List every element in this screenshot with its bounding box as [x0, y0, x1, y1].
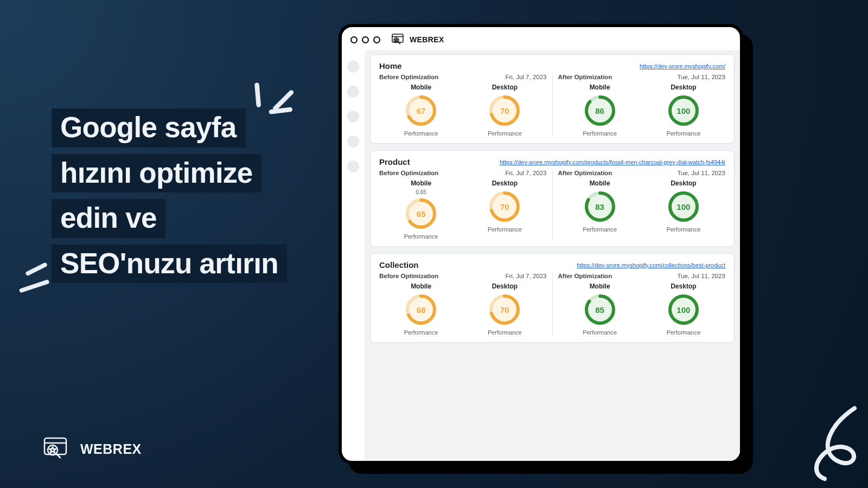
panel-title: Home [379, 61, 402, 70]
score-value: 65 [405, 197, 437, 230]
score-value: 100 [667, 293, 700, 326]
metric-desktop: Desktop 70 Performance [463, 282, 546, 336]
before-column: Before Optimization Fri, Jul 7, 2023 Mob… [379, 273, 553, 336]
before-label: Before Optimization [379, 74, 438, 80]
after-date: Tue, Jul 11, 2023 [678, 273, 725, 279]
panel-url-link[interactable]: https://dev-srore.myshopify.com/collecti… [577, 262, 725, 268]
after-column: After Optimization Tue, Jul 11, 2023 Mob… [553, 170, 726, 240]
device-label: Desktop [492, 282, 518, 290]
metric-caption: Performance [404, 233, 438, 240]
sidebar [342, 50, 365, 461]
panel-title: Collection [379, 260, 419, 269]
metric-desktop: Desktop 70 Performance [463, 179, 546, 240]
score-value: 70 [488, 293, 521, 326]
device-label: Mobile [411, 179, 431, 187]
app-brand: WEBREX [391, 34, 444, 46]
app-brand-name: WEBREX [410, 35, 444, 44]
after-date: Tue, Jul 11, 2023 [678, 170, 725, 176]
sidebar-item[interactable] [347, 61, 359, 73]
after-label: After Optimization [558, 74, 612, 80]
report-panel-product: Product https://dev-srore.myshopify.com/… [370, 150, 735, 247]
metric-caption: Performance [666, 130, 700, 137]
headline-line-3: edin ve [52, 199, 165, 238]
before-column: Before Optimization Fri, Jul 7, 2023 Mob… [379, 170, 553, 240]
sidebar-item[interactable] [347, 111, 359, 123]
metric-caption: Performance [404, 329, 438, 336]
report-panel-home: Home https://dev-srore.myshopify.com/ Be… [370, 54, 735, 144]
score-value: 70 [488, 94, 521, 127]
window-control-icon [350, 36, 358, 43]
metric-mobile: Mobile 67 Performance [379, 84, 463, 137]
metric-mobile: Mobile 85 Performance [558, 282, 642, 336]
after-column: After Optimization Tue, Jul 11, 2023 Mob… [553, 273, 726, 336]
device-label: Mobile [590, 179, 610, 187]
metric-caption: Performance [666, 329, 700, 336]
device-label: Desktop [671, 84, 696, 91]
before-date: Fri, Jul 7, 2023 [505, 74, 546, 80]
panel-title: Product [379, 157, 410, 166]
sidebar-item[interactable] [347, 86, 359, 98]
score-value: 86 [584, 94, 616, 127]
decorative-swirl-icon [797, 406, 863, 481]
metric-caption: Performance [404, 130, 438, 137]
metric-desktop: Desktop 100 Performance [642, 84, 725, 137]
headline-line-2: hızını optimize [52, 154, 261, 193]
metric-caption: Performance [488, 226, 522, 233]
panel-url-link[interactable]: https://dev-srore.myshopify.com/products… [500, 159, 725, 165]
metric-caption: Performance [666, 226, 700, 233]
webrex-logo-icon [42, 437, 71, 461]
score-donut: 68 [405, 293, 437, 326]
marketing-headline: Google sayfa hızını optimize edin ve SEO… [52, 108, 287, 290]
device-label: Desktop [492, 84, 518, 91]
score-value: 85 [584, 293, 616, 326]
score-value: 83 [584, 190, 616, 223]
headline-line-4: SEO'nuzu artırın [52, 245, 287, 284]
device-label: Mobile [590, 282, 610, 290]
metric-mobile: Mobile 86 Performance [558, 84, 642, 137]
after-column: After Optimization Tue, Jul 11, 2023 Mob… [553, 74, 726, 137]
score-donut: 67 [405, 94, 437, 127]
headline-line-1: Google sayfa [52, 108, 246, 147]
brand-name: WEBREX [80, 441, 142, 457]
before-column: Before Optimization Fri, Jul 7, 2023 Mob… [379, 74, 553, 137]
score-value: 70 [488, 190, 521, 223]
score-donut: 83 [584, 190, 616, 223]
after-label: After Optimization [558, 170, 612, 176]
sidebar-item[interactable] [347, 136, 359, 147]
score-donut: 70 [488, 94, 521, 127]
score-value: 100 [667, 94, 700, 127]
score-donut: 100 [667, 190, 700, 223]
score-donut: 85 [584, 293, 616, 326]
sidebar-item[interactable] [347, 160, 359, 172]
panel-url-link[interactable]: https://dev-srore.myshopify.com/ [640, 63, 725, 69]
after-date: Tue, Jul 11, 2023 [678, 74, 725, 80]
before-label: Before Optimization [379, 170, 438, 176]
window-control-icon [362, 36, 369, 43]
device-label: Desktop [671, 179, 696, 187]
device-label: Desktop [671, 282, 696, 290]
metric-caption: Performance [583, 130, 617, 137]
device-label: Mobile [411, 282, 431, 290]
metric-caption: Performance [583, 329, 617, 336]
score-donut: 100 [667, 293, 700, 326]
window-controls [350, 36, 380, 43]
score-donut: 70 [488, 293, 521, 326]
device-label: Mobile [590, 84, 610, 91]
metric-caption: Performance [488, 329, 522, 336]
window-control-icon [373, 36, 380, 43]
score-donut: 100 [667, 94, 700, 127]
main-content: Home https://dev-srore.myshopify.com/ Be… [365, 50, 740, 461]
aux-value: 0.65 [416, 189, 426, 195]
score-value: 68 [405, 293, 437, 326]
metric-caption: Performance [488, 130, 522, 137]
metric-desktop: Desktop 100 Performance [642, 179, 725, 233]
metric-desktop: Desktop 100 Performance [642, 282, 725, 336]
metric-mobile: Mobile 0.65 65 Performance [379, 179, 463, 240]
metric-desktop: Desktop 70 Performance [463, 84, 546, 137]
before-date: Fri, Jul 7, 2023 [505, 273, 546, 279]
device-label: Mobile [411, 84, 431, 91]
metric-mobile: Mobile 68 Performance [379, 282, 463, 336]
score-donut: 65 [405, 197, 437, 230]
app-window: WEBREX Home https://dev-srore.myshopify.… [339, 24, 743, 464]
report-panel-collection: Collection https://dev-srore.myshopify.c… [370, 253, 735, 343]
